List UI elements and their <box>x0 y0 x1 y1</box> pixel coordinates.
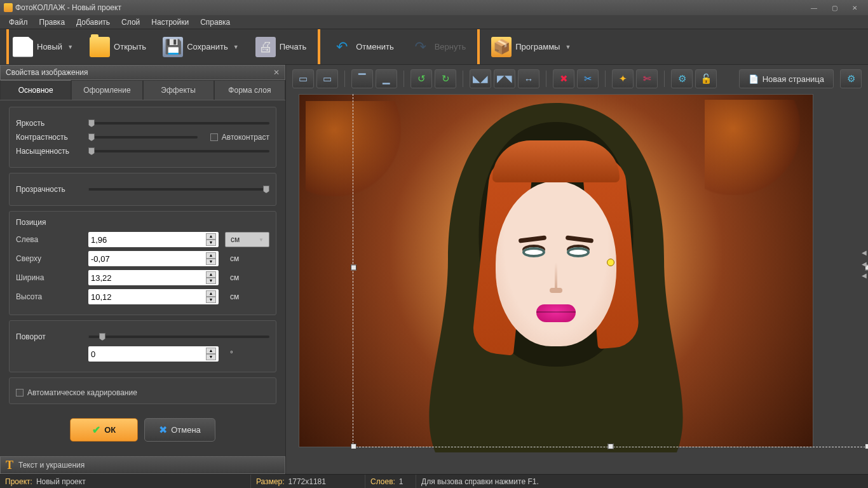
spin-up-icon[interactable]: ▲ <box>206 290 216 297</box>
status-layers-label: Слоев: <box>370 477 395 486</box>
print-button[interactable]: 🖨Печать <box>252 34 311 60</box>
spin-up-icon[interactable]: ▲ <box>206 233 216 240</box>
rotation-input[interactable]: ▲▼ <box>88 346 219 362</box>
spin-up-icon[interactable]: ▲ <box>206 271 216 278</box>
flip-horizontal-button[interactable]: ◣◢ <box>470 69 491 88</box>
rotation-slider[interactable] <box>88 332 269 341</box>
menu-edit[interactable]: Правка <box>34 17 71 28</box>
rotation-label: Поворот <box>16 332 82 341</box>
close-button[interactable]: ✕ <box>845 2 864 13</box>
status-project-value: Новый проект <box>36 477 86 486</box>
saturation-slider[interactable] <box>88 147 269 156</box>
magic-button[interactable]: ✦ <box>612 69 634 88</box>
menu-file[interactable]: Файл <box>4 17 33 28</box>
programs-button[interactable]: 📦Программы▼ <box>487 34 574 60</box>
window-title: ФотоКОЛЛАЖ - Новый проект <box>15 3 121 12</box>
unit-select[interactable]: см▼ <box>225 232 269 247</box>
height-input[interactable]: ▲▼ <box>88 289 219 304</box>
spin-up-icon[interactable]: ▲ <box>206 348 216 354</box>
printer-icon: 🖨 <box>255 37 276 57</box>
selection-bounds[interactable] <box>353 93 868 447</box>
menu-help[interactable]: Справка <box>195 17 235 28</box>
top-input[interactable]: ▲▼ <box>88 251 219 266</box>
position-title: Позиция <box>16 218 269 227</box>
autocrop-checkbox[interactable] <box>16 389 24 396</box>
page-icon <box>13 37 33 57</box>
new-button[interactable]: Новый▼ <box>9 34 77 60</box>
undo-icon: ↶ <box>332 37 352 57</box>
resize-handle[interactable] <box>351 265 356 271</box>
delete-button[interactable]: ✖ <box>553 69 574 88</box>
new-page-button[interactable]: 📄Новая страница <box>739 69 834 88</box>
send-backward-button[interactable]: ▭ <box>292 69 314 88</box>
resize-handle[interactable] <box>351 444 356 449</box>
disk-icon: 💾 <box>163 37 183 57</box>
minimize-button[interactable]: — <box>804 2 824 13</box>
bring-forward-button[interactable]: ▭ <box>316 69 338 88</box>
settings-button[interactable]: ⚙ <box>671 69 693 88</box>
menu-settings[interactable]: Настройки <box>146 17 194 28</box>
check-icon: ✔ <box>92 424 100 436</box>
rotate-left-button[interactable]: ↺ <box>410 69 432 88</box>
crop-button[interactable]: ✂ <box>577 69 599 88</box>
align-bottom-button[interactable]: ▁ <box>376 69 397 88</box>
status-size-value: 1772x1181 <box>288 477 326 486</box>
canvas-toolbar: ▭ ▭ ▔ ▁ ↺ ↻ ◣◢ ◤◥ ↔ ✖ ✂ <box>286 65 868 93</box>
status-project-label: Проект: <box>5 477 32 486</box>
maximize-button[interactable]: ▢ <box>825 2 844 13</box>
status-help: Для вызова справки нажмите F1. <box>421 477 539 486</box>
resize-handle[interactable] <box>608 444 614 449</box>
spin-down-icon[interactable]: ▼ <box>206 297 216 303</box>
redo-icon: ↶ <box>410 37 431 57</box>
opacity-label: Прозрачность <box>16 185 82 194</box>
scissors-button[interactable]: ✄ <box>636 69 658 88</box>
canvas-viewport[interactable] <box>286 93 868 474</box>
status-size-label: Размер: <box>256 477 285 486</box>
spin-up-icon[interactable]: ▲ <box>206 252 216 259</box>
folder-icon <box>90 37 110 57</box>
tab-shape[interactable]: Форма слоя <box>214 80 285 100</box>
ok-button[interactable]: ✔ОК <box>70 418 138 442</box>
width-input[interactable]: ▲▼ <box>88 270 219 285</box>
text-decorations-panel[interactable]: T Текст и украшения <box>0 456 285 474</box>
opacity-slider[interactable] <box>88 185 269 194</box>
align-top-button[interactable]: ▔ <box>351 69 373 88</box>
brightness-slider[interactable] <box>88 119 269 128</box>
spin-down-icon[interactable]: ▼ <box>206 278 216 284</box>
redo-button[interactable]: ↶Вернуть <box>407 34 470 60</box>
open-button[interactable]: Открыть <box>86 34 150 60</box>
left-input[interactable]: ▲▼ <box>88 232 219 247</box>
left-label: Слева <box>16 235 82 244</box>
unit-label: см <box>225 273 269 282</box>
contrast-slider[interactable] <box>88 133 198 142</box>
menu-add[interactable]: Добавить <box>71 17 115 28</box>
fit-width-button[interactable]: ↔ <box>518 69 539 88</box>
resize-handle[interactable] <box>865 444 868 449</box>
flyout-tab[interactable]: ◀ <box>860 271 868 280</box>
page-settings-button[interactable]: ⚙ <box>840 69 862 88</box>
tab-decoration[interactable]: Оформление <box>71 80 142 100</box>
cancel-button[interactable]: ✖Отмена <box>144 418 215 442</box>
spin-down-icon[interactable]: ▼ <box>206 240 216 246</box>
rotate-right-button[interactable]: ↻ <box>435 69 456 88</box>
autocontrast-checkbox[interactable] <box>210 133 218 141</box>
text-decorations-label: Текст и украшения <box>18 461 85 470</box>
spin-down-icon[interactable]: ▼ <box>206 354 216 360</box>
flyout-tab[interactable]: ◀ <box>860 259 868 268</box>
flyout-tabs: ◀ ◀ ◀ <box>860 248 868 280</box>
tab-main[interactable]: Основное <box>0 80 71 100</box>
main-area: Свойства изображения ✕ Основное Оформлен… <box>0 65 868 474</box>
chevron-down-icon: ▼ <box>233 44 239 50</box>
brightness-label: Яркость <box>16 119 82 128</box>
lock-button[interactable]: 🔓 <box>695 69 717 88</box>
undo-button[interactable]: ↶Отменить <box>328 34 397 60</box>
status-bar: Проект:Новый проект Размер:1772x1181 Сло… <box>0 474 868 488</box>
flyout-tab[interactable]: ◀ <box>860 248 868 257</box>
flip-vertical-button[interactable]: ◤◥ <box>494 69 515 88</box>
spin-down-icon[interactable]: ▼ <box>206 259 216 265</box>
save-button[interactable]: 💾Сохранить▼ <box>159 34 243 60</box>
panel-close-icon[interactable]: ✕ <box>273 68 280 77</box>
menu-layer[interactable]: Слой <box>116 17 145 28</box>
rotation-handle[interactable] <box>607 259 614 266</box>
tab-effects[interactable]: Эффекты <box>143 80 214 100</box>
